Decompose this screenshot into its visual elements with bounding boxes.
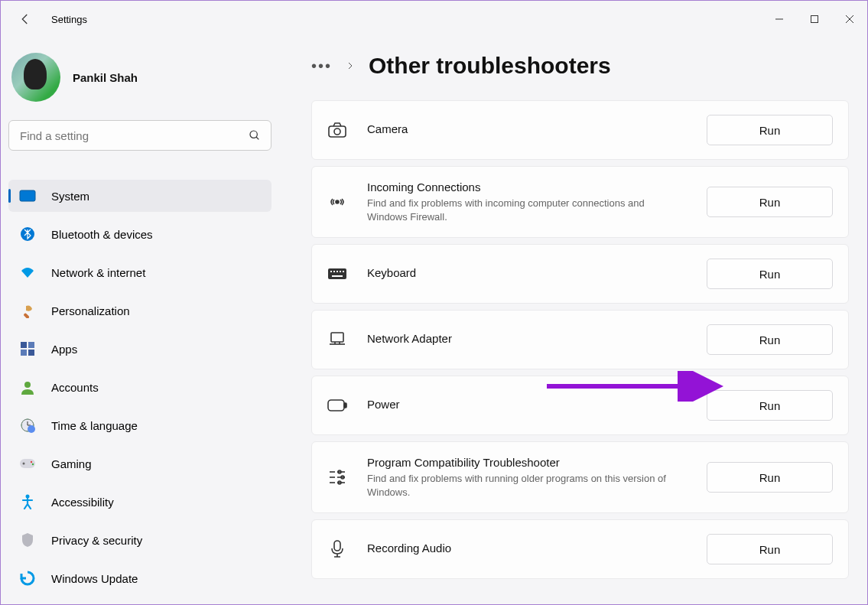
run-button[interactable]: Run	[707, 462, 833, 493]
apps-icon	[19, 340, 36, 357]
breadcrumb: ••• Other troubleshooters	[311, 53, 849, 79]
accounts-icon	[19, 379, 36, 395]
svg-point-2	[250, 131, 257, 138]
svg-rect-1	[811, 16, 818, 23]
accessibility-icon	[19, 493, 36, 510]
svg-rect-26	[328, 268, 346, 279]
sidebar-item-update[interactable]: Windows Update	[8, 562, 271, 594]
adapter-icon	[327, 330, 347, 350]
sidebar-item-label: Time & language	[51, 419, 138, 432]
sidebar-item-label: Accessibility	[51, 496, 114, 509]
annotation-arrow	[547, 371, 738, 402]
system-icon	[19, 187, 36, 204]
run-button[interactable]: Run	[707, 259, 833, 289]
chevron-right-icon	[346, 61, 355, 70]
svg-point-19	[23, 463, 25, 465]
troubleshooter-card-camera: Camera Run	[311, 100, 849, 160]
card-description: Find and fix problems with running older…	[367, 472, 687, 499]
avatar	[11, 53, 60, 102]
search-input[interactable]	[8, 120, 271, 151]
sidebar-item-label: Network & internet	[51, 266, 145, 279]
svg-rect-28	[333, 271, 335, 272]
network-icon	[19, 264, 36, 281]
svg-rect-27	[330, 271, 332, 272]
troubleshooter-card-keyboard: Keyboard Run	[311, 244, 849, 304]
svg-rect-8	[21, 342, 27, 348]
svg-rect-29	[336, 271, 338, 272]
user-name: Pankil Shah	[73, 71, 138, 84]
svg-rect-4	[20, 190, 35, 201]
sidebar-item-label: Privacy & security	[51, 534, 142, 547]
sidebar-item-time[interactable]: Time & language	[8, 409, 271, 441]
sidebar-item-label: Windows Update	[51, 572, 138, 585]
mic-icon	[327, 539, 347, 559]
card-title: Program Compatibility Troubleshooter	[367, 456, 687, 469]
breadcrumb-ellipsis[interactable]: •••	[311, 57, 332, 75]
page-title: Other troubleshooters	[369, 53, 611, 79]
svg-rect-32	[332, 275, 343, 277]
user-profile[interactable]: Pankil Shah	[11, 53, 278, 102]
run-button[interactable]: Run	[707, 534, 833, 564]
incoming-icon	[327, 192, 347, 212]
sidebar: Pankil Shah SystemBluetooth & devicesNet…	[1, 37, 278, 604]
personalization-icon	[19, 302, 36, 319]
troubleshooter-card-adapter: Network Adapter Run	[311, 310, 849, 369]
window-title: Settings	[51, 14, 87, 25]
svg-rect-38	[344, 403, 346, 408]
card-title: Incoming Connections	[367, 181, 687, 194]
back-button[interactable]	[13, 7, 37, 31]
gaming-icon	[19, 455, 36, 472]
svg-rect-7	[23, 313, 29, 318]
svg-rect-33	[331, 333, 343, 342]
back-arrow-icon	[18, 12, 32, 26]
sidebar-item-gaming[interactable]: Gaming	[8, 447, 271, 480]
troubleshooter-card-program: Program Compatibility Troubleshooter Fin…	[311, 441, 849, 513]
svg-point-12	[24, 382, 31, 388]
search-wrapper	[8, 120, 271, 151]
maximize-button[interactable]	[797, 7, 832, 31]
svg-point-22	[26, 495, 30, 499]
sidebar-item-label: System	[51, 190, 89, 203]
run-button[interactable]: Run	[707, 324, 833, 355]
sidebar-item-accounts[interactable]: Accounts	[8, 371, 271, 403]
svg-rect-11	[28, 350, 34, 356]
run-button[interactable]: Run	[707, 115, 833, 145]
run-button[interactable]: Run	[707, 187, 833, 217]
sidebar-item-apps[interactable]: Apps	[8, 333, 271, 365]
troubleshooter-list: Camera Run Incoming Connections Find and…	[311, 100, 849, 579]
power-icon	[327, 395, 347, 415]
sidebar-item-accessibility[interactable]: Accessibility	[8, 486, 271, 518]
close-button[interactable]	[832, 7, 867, 31]
camera-icon	[327, 120, 347, 140]
sidebar-item-network[interactable]: Network & internet	[8, 256, 271, 288]
card-title: Keyboard	[367, 266, 687, 279]
sidebar-item-label: Apps	[51, 343, 77, 356]
svg-rect-37	[328, 400, 344, 411]
svg-line-3	[256, 137, 258, 139]
sidebar-item-label: Gaming	[51, 457, 92, 470]
svg-rect-9	[28, 342, 34, 348]
svg-point-21	[32, 464, 34, 465]
sidebar-item-privacy[interactable]: Privacy & security	[8, 524, 271, 556]
card-description: Find and fix problems with incoming comp…	[367, 197, 687, 223]
sidebar-item-label: Bluetooth & devices	[51, 228, 153, 241]
sidebar-item-label: Personalization	[51, 304, 130, 317]
search-icon	[249, 129, 261, 141]
troubleshooter-card-mic: Recording Audio Run	[311, 519, 849, 579]
update-icon	[19, 570, 36, 587]
sidebar-item-bluetooth[interactable]: Bluetooth & devices	[8, 218, 271, 250]
sidebar-item-system[interactable]: System	[8, 180, 271, 212]
troubleshooter-card-incoming: Incoming Connections Find and fix proble…	[311, 166, 849, 238]
svg-rect-10	[21, 350, 27, 356]
svg-point-20	[31, 461, 32, 463]
card-title: Camera	[367, 122, 687, 135]
window-controls	[762, 7, 867, 31]
sidebar-item-personalization[interactable]: Personalization	[8, 294, 271, 327]
bluetooth-icon	[19, 226, 36, 242]
card-title: Recording Audio	[367, 542, 687, 555]
time-icon	[19, 417, 36, 434]
keyboard-icon	[327, 264, 347, 284]
sidebar-item-label: Accounts	[51, 381, 99, 394]
minimize-button[interactable]	[762, 7, 797, 31]
card-title: Network Adapter	[367, 332, 687, 345]
